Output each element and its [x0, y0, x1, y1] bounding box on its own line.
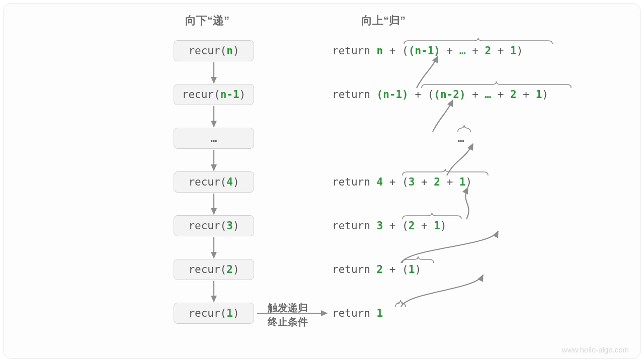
ret-part: )	[542, 88, 548, 101]
ret-part: +	[415, 176, 434, 188]
call-suffix: )	[233, 45, 239, 57]
call-box-5: recur(2)	[174, 259, 254, 280]
ret-part: +	[491, 45, 510, 57]
call-prefix: recur(	[188, 45, 226, 57]
watermark: www.hello-algo.com	[562, 345, 629, 354]
base-case-note: 触发递归 终止条件	[268, 301, 308, 329]
ret-part: 1	[459, 176, 466, 188]
ret-part: +	[466, 88, 485, 101]
ret-part: +	[440, 45, 459, 57]
ret-part: )	[415, 263, 421, 276]
return-keyword: return	[332, 88, 377, 101]
ret-part: 2	[409, 220, 415, 232]
ret-part: 3	[409, 176, 415, 188]
call-box-2: …	[174, 128, 254, 149]
call-arg: n-1	[220, 88, 239, 101]
ret-part: 1	[510, 45, 517, 57]
ellipsis: …	[211, 132, 217, 144]
call-arg: 2	[226, 263, 233, 276]
return-row-6: return 1	[332, 307, 383, 319]
ret-part: + (	[383, 263, 409, 276]
note-line1: 触发递归	[268, 302, 308, 313]
ret-part: 2	[377, 263, 383, 276]
heading-down: 向下“递”	[185, 13, 229, 28]
ret-part: 2	[434, 176, 440, 188]
return-keyword: return	[332, 45, 377, 57]
ret-part: +	[440, 176, 459, 188]
ret-part: + (	[409, 88, 434, 101]
call-suffix: )	[233, 220, 239, 232]
call-suffix: )	[233, 263, 239, 276]
ret-part: n	[377, 45, 383, 57]
call-suffix: )	[239, 88, 246, 101]
call-arg: n	[226, 45, 233, 57]
call-suffix: )	[233, 307, 239, 319]
return-row-0: return n + ((n-1) + … + 2 + 1)	[332, 45, 523, 57]
ret-part: 1	[536, 88, 542, 101]
note-line2: 终止条件	[268, 316, 308, 327]
call-arg: 3	[226, 220, 233, 232]
ret-part: + (	[383, 176, 409, 188]
ret-part: +	[466, 45, 485, 57]
return-row-2: …	[458, 132, 464, 144]
ret-part: (n-1)	[377, 88, 409, 101]
return-row-4: return 3 + (2 + 1)	[332, 220, 447, 232]
ret-part: 4	[377, 176, 383, 188]
call-suffix: )	[233, 176, 239, 188]
ret-part: (n-1)	[409, 45, 440, 57]
return-keyword: return	[332, 176, 377, 188]
call-box-0: recur(n)	[174, 40, 254, 61]
return-keyword: return	[332, 220, 377, 232]
call-arg: 1	[226, 307, 233, 319]
ret-part: )	[440, 220, 447, 232]
return-row-1: return (n-1) + ((n-2) + … + 2 + 1)	[332, 88, 548, 101]
ret-part: 3	[377, 220, 383, 232]
ret-part: …	[459, 45, 466, 57]
call-prefix: recur(	[188, 263, 226, 276]
call-prefix: recur(	[188, 307, 226, 319]
ret-part: + (	[383, 45, 409, 57]
ret-part: 2	[510, 88, 517, 101]
ret-part: +	[517, 88, 536, 101]
ret-part: 2	[485, 45, 492, 57]
call-arg: 4	[226, 176, 233, 188]
ret-part: 1	[377, 307, 383, 319]
ret-part: + (	[383, 220, 409, 232]
ret-part: (n-2)	[434, 88, 465, 101]
return-row-5: return 2 + (1)	[332, 263, 421, 276]
return-keyword: return	[332, 263, 377, 276]
ret-part: 1	[409, 263, 415, 276]
ret-part: )	[466, 176, 472, 188]
return-row-3: return 4 + (3 + 2 + 1)	[332, 176, 472, 188]
heading-up: 向上“归”	[361, 13, 406, 28]
return-keyword: return	[332, 307, 377, 319]
call-prefix: recur(	[188, 176, 226, 188]
ret-part: 1	[434, 220, 440, 232]
ret-part: )	[517, 45, 523, 57]
call-box-1: recur(n-1)	[174, 84, 254, 105]
call-prefix: recur(	[182, 88, 220, 101]
ret-part: …	[458, 132, 464, 144]
ret-part: …	[485, 88, 491, 101]
call-box-4: recur(3)	[174, 215, 254, 236]
ret-part: +	[415, 220, 434, 232]
diagram-frame	[3, 3, 641, 359]
call-box-3: recur(4)	[174, 171, 254, 193]
call-box-6: recur(1)	[174, 303, 254, 324]
ret-part: +	[491, 88, 510, 101]
call-prefix: recur(	[188, 220, 226, 232]
